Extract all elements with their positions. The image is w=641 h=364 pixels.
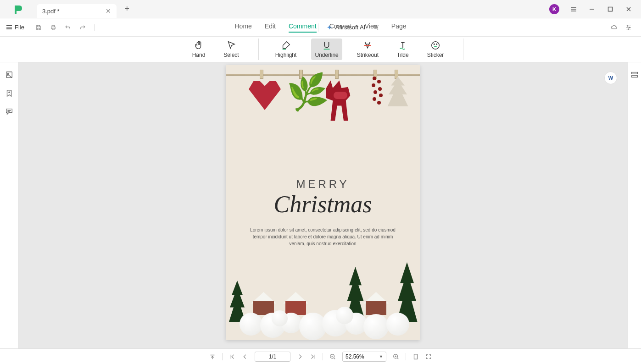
tab-page[interactable]: Page xyxy=(391,22,407,33)
undo-icon[interactable] xyxy=(65,24,71,31)
bookmark-icon[interactable] xyxy=(5,89,13,99)
page-input[interactable] xyxy=(255,352,290,362)
tab-comment[interactable]: Comment xyxy=(289,22,317,33)
right-sidebar xyxy=(627,62,641,348)
tab-title: 3.pdf * xyxy=(42,8,60,15)
prev-page-icon[interactable] xyxy=(242,353,248,360)
hand-icon xyxy=(194,40,204,50)
pdf-page: 🌿 MERRY Christmas Lorem ipsum dolor sit … xyxy=(226,65,420,340)
redo-icon[interactable] xyxy=(79,24,86,31)
document-tab[interactable]: 3.pdf * ✕ xyxy=(37,4,117,18)
moose-ornament xyxy=(318,78,361,128)
tool-select[interactable]: Select xyxy=(220,39,242,60)
svg-point-7 xyxy=(436,44,437,44)
svg-point-2 xyxy=(627,25,628,26)
svg-rect-0 xyxy=(608,7,613,11)
svg-point-3 xyxy=(629,27,630,28)
app-logo xyxy=(11,2,25,16)
tab-home[interactable]: Home xyxy=(235,22,252,33)
strikeout-icon xyxy=(362,40,373,50)
comment-panel-icon[interactable] xyxy=(5,107,13,117)
status-bar: 52.56% ▼ xyxy=(0,348,641,364)
settings-lines-icon[interactable] xyxy=(625,24,632,31)
doc-heading-merry: MERRY xyxy=(226,178,420,191)
zoom-select[interactable]: 52.56% ▼ xyxy=(342,352,386,362)
user-avatar[interactable]: K xyxy=(549,4,559,14)
svg-point-4 xyxy=(628,28,629,29)
menubar: File Home Edit Comment Convert View Page… xyxy=(0,18,641,37)
window-maximize-icon[interactable] xyxy=(606,6,614,12)
save-icon[interactable] xyxy=(35,24,42,31)
cursor-icon xyxy=(226,40,236,50)
window-close-icon[interactable] xyxy=(624,6,633,12)
doc-body-text: Lorem ipsum dolor sit amet, consectetur … xyxy=(249,226,397,247)
svg-rect-10 xyxy=(631,72,637,74)
village-scene xyxy=(226,258,420,340)
titlebar: 3.pdf * ✕ + K xyxy=(0,0,641,18)
thumbnails-icon[interactable] xyxy=(5,71,13,81)
heart-ornament xyxy=(249,78,281,110)
properties-icon[interactable] xyxy=(630,71,639,81)
print-icon[interactable] xyxy=(50,24,56,31)
caret-down-icon: ▼ xyxy=(379,354,383,359)
svg-point-9 xyxy=(7,73,8,75)
last-page-icon[interactable] xyxy=(310,353,316,360)
fullscreen-icon[interactable] xyxy=(425,353,432,360)
svg-rect-14 xyxy=(414,354,418,359)
window-minimize-icon[interactable] xyxy=(588,6,596,12)
first-page-icon[interactable] xyxy=(229,353,235,360)
scroll-top-icon[interactable] xyxy=(209,353,216,360)
file-menu-button[interactable]: File xyxy=(6,24,24,31)
zoom-in-icon[interactable] xyxy=(393,353,399,360)
word-badge[interactable]: W xyxy=(604,72,617,84)
close-tab-icon[interactable]: ✕ xyxy=(106,7,111,15)
tool-ribbon: Hand Select Highlight Underline Strikeou… xyxy=(0,37,641,62)
next-page-icon[interactable] xyxy=(297,353,303,360)
tool-tilde[interactable]: Tilde xyxy=(393,39,412,60)
tab-view[interactable]: View xyxy=(365,22,379,33)
menu-icon xyxy=(6,25,12,29)
tool-highlight[interactable]: Highlight xyxy=(272,39,301,60)
tool-hand[interactable]: Hand xyxy=(189,39,209,60)
zoom-value: 52.56% xyxy=(346,353,364,360)
svg-rect-11 xyxy=(631,76,637,77)
tilde-icon xyxy=(398,40,408,50)
tool-sticker[interactable]: Sticker xyxy=(424,39,448,60)
tab-convert[interactable]: Convert xyxy=(329,22,352,33)
sticker-icon xyxy=(430,40,440,50)
svg-point-5 xyxy=(432,42,440,50)
underline-icon xyxy=(322,40,332,50)
tool-underline[interactable]: Underline xyxy=(311,39,342,60)
doc-heading-christmas: Christmas xyxy=(226,191,420,218)
fit-page-icon[interactable] xyxy=(412,353,419,360)
cloud-icon[interactable] xyxy=(611,24,617,31)
tab-edit[interactable]: Edit xyxy=(265,22,276,33)
file-label: File xyxy=(15,24,24,31)
tree-ornament xyxy=(386,77,409,106)
left-sidebar xyxy=(0,62,18,348)
new-tab-button[interactable]: + xyxy=(125,4,130,14)
hamburger-menu-icon[interactable] xyxy=(569,6,578,13)
zoom-out-icon[interactable] xyxy=(329,353,336,360)
tool-strikeout[interactable]: Strikeout xyxy=(353,39,382,60)
berries-ornament xyxy=(368,74,386,111)
document-canvas[interactable]: W 🌿 MERRY Christmas Lorem ipsum dolor si… xyxy=(18,62,627,348)
main-tabs: Home Edit Comment Convert View Page xyxy=(235,22,407,33)
svg-point-6 xyxy=(434,44,435,44)
highlight-icon xyxy=(281,40,291,50)
